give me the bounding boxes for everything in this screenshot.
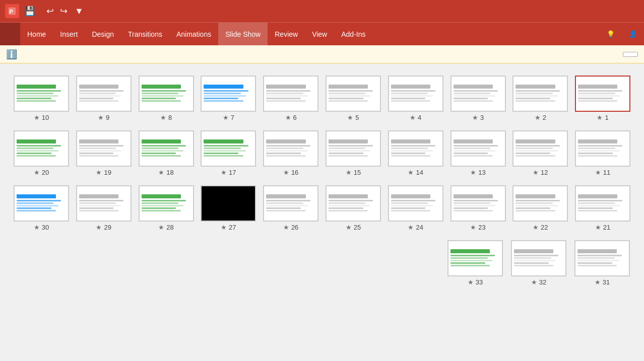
- slide-number-4: 4: [418, 114, 421, 121]
- star-icon-2: ★: [535, 114, 541, 121]
- slide-meta-8: ★ 8: [160, 114, 172, 121]
- slide-item-22[interactable]: ★ 22: [511, 185, 569, 231]
- star-icon-21: ★: [595, 224, 601, 231]
- slide-meta-33: ★ 33: [468, 278, 483, 286]
- star-icon-32: ★: [531, 278, 537, 286]
- slide-item-16[interactable]: ★ 16: [262, 130, 320, 176]
- slide-thumbnail-12: [512, 130, 568, 167]
- slide-meta-19: ★ 19: [96, 169, 111, 176]
- star-icon-1: ★: [597, 114, 603, 121]
- slide-number-25: 25: [354, 224, 361, 231]
- menu-review[interactable]: Review: [268, 23, 305, 45]
- save-button[interactable]: 💾: [22, 4, 37, 19]
- slide-item-19[interactable]: ★ 19: [75, 130, 133, 176]
- menu-home[interactable]: Home: [20, 23, 53, 45]
- slide-number-33: 33: [476, 278, 483, 286]
- slide-thumbnail-18: [139, 130, 194, 167]
- slide-item-9[interactable]: ★ 9: [75, 76, 133, 121]
- slide-item-17[interactable]: ★ 17: [199, 130, 257, 176]
- slide-number-8: 8: [168, 114, 172, 121]
- slide-item-29[interactable]: ★ 29: [75, 185, 133, 231]
- menu-animations[interactable]: Animations: [169, 23, 218, 45]
- slide-item-23[interactable]: ★ 23: [449, 185, 507, 231]
- slide-item-24[interactable]: ★ 24: [387, 185, 445, 231]
- undo-button[interactable]: ↩: [44, 4, 56, 19]
- star-icon-9: ★: [98, 114, 104, 121]
- tell-me-search[interactable]: 💡: [601, 30, 624, 38]
- slide-item-11[interactable]: ★ 11: [573, 130, 632, 176]
- slide-item-4[interactable]: ★ 4: [387, 76, 445, 121]
- menu-bar: Home Insert Design Transitions Animation…: [0, 22, 644, 45]
- slide-item-12[interactable]: ★ 12: [511, 130, 569, 176]
- star-icon-23: ★: [470, 224, 476, 231]
- menu-design[interactable]: Design: [85, 23, 121, 45]
- user-area[interactable]: 👤: [624, 30, 644, 38]
- redo-button[interactable]: ↪: [58, 4, 70, 19]
- slide-item-28[interactable]: ★ 28: [137, 185, 196, 231]
- star-icon-4: ★: [410, 114, 416, 121]
- menu-insert[interactable]: Insert: [53, 23, 85, 45]
- slide-item-6[interactable]: ★ 6: [262, 76, 320, 121]
- slide-number-19: 19: [104, 169, 111, 176]
- slide-item-30[interactable]: ★ 30: [12, 185, 71, 231]
- slide-meta-23: ★ 23: [470, 224, 485, 231]
- slide-row-3: ★ 21 ★ 22 ★ 23 ★ 2: [10, 183, 634, 233]
- slide-item-26[interactable]: ★ 26: [262, 185, 320, 231]
- slide-item-31[interactable]: ★ 31: [572, 240, 632, 286]
- enable-editing-button[interactable]: [623, 52, 638, 57]
- star-icon-29: ★: [96, 224, 102, 231]
- slide-item-15[interactable]: ★ 15: [324, 130, 382, 176]
- slide-item-5[interactable]: ★ 5: [324, 76, 382, 121]
- slide-meta-29: ★ 29: [96, 224, 111, 231]
- slide-meta-9: ★ 9: [98, 114, 109, 121]
- slide-number-15: 15: [354, 169, 361, 176]
- slide-meta-17: ★ 17: [221, 169, 236, 176]
- slide-item-33[interactable]: ★ 33: [445, 240, 505, 286]
- menu-view[interactable]: View: [305, 23, 334, 45]
- slide-item-18[interactable]: ★ 18: [137, 130, 196, 176]
- menu-addins[interactable]: Add-Ins: [334, 23, 372, 45]
- menu-transitions[interactable]: Transitions: [121, 23, 169, 45]
- slide-number-7: 7: [231, 114, 234, 121]
- slide-item-32[interactable]: ★ 32: [509, 240, 568, 286]
- slide-number-27: 27: [229, 224, 236, 231]
- slide-thumbnail-25: [326, 185, 381, 222]
- slide-item-8[interactable]: ★ 8: [137, 76, 196, 121]
- star-icon-25: ★: [346, 224, 352, 231]
- slide-item-20[interactable]: ★ 20: [12, 130, 71, 176]
- menu-slideshow[interactable]: Slide Show: [218, 23, 268, 45]
- slide-thumbnail-21: [575, 185, 630, 222]
- slide-meta-21: ★ 21: [595, 224, 610, 231]
- slide-meta-30: ★ 30: [34, 224, 49, 231]
- slide-meta-20: ★ 20: [34, 169, 49, 176]
- title-bar-tools: P 💾 ↩ ↪ ▼: [5, 4, 86, 19]
- slide-item-13[interactable]: ★ 13: [449, 130, 507, 176]
- slide-thumbnail-14: [388, 130, 443, 167]
- slide-item-2[interactable]: ★ 2: [511, 76, 569, 121]
- slide-item-1[interactable]: ★ 1: [573, 76, 632, 121]
- slide-item-14[interactable]: ★ 14: [387, 130, 445, 176]
- star-icon-20: ★: [34, 169, 40, 176]
- slide-meta-15: ★ 15: [346, 169, 361, 176]
- slide-meta-1: ★ 1: [597, 114, 608, 121]
- slide-item-10[interactable]: ★ 10: [12, 76, 71, 121]
- slide-item-21[interactable]: ★ 21: [573, 185, 632, 231]
- slide-item-3[interactable]: ★ 3: [449, 76, 507, 121]
- slide-thumbnail-24: [388, 185, 443, 222]
- star-icon-28: ★: [158, 224, 164, 231]
- star-icon-6: ★: [285, 114, 291, 121]
- slide-item-7[interactable]: ★ 7: [199, 76, 257, 121]
- slide-number-10: 10: [42, 114, 49, 121]
- slide-meta-26: ★ 26: [283, 224, 298, 231]
- slide-thumbnail-6: [263, 76, 318, 112]
- menu-file[interactable]: [0, 23, 20, 45]
- slide-item-25[interactable]: ★ 25: [324, 185, 382, 231]
- slide-thumbnail-11: [575, 130, 630, 167]
- customize-button[interactable]: ▼: [73, 4, 86, 19]
- slide-thumbnail-20: [14, 130, 69, 167]
- slide-meta-12: ★ 12: [533, 169, 548, 176]
- slide-thumbnail-10: [14, 76, 69, 112]
- slide-thumbnail-26: [263, 185, 318, 222]
- slide-item-27[interactable]: ★ 27: [199, 185, 257, 231]
- slide-thumbnail-16: [263, 130, 318, 167]
